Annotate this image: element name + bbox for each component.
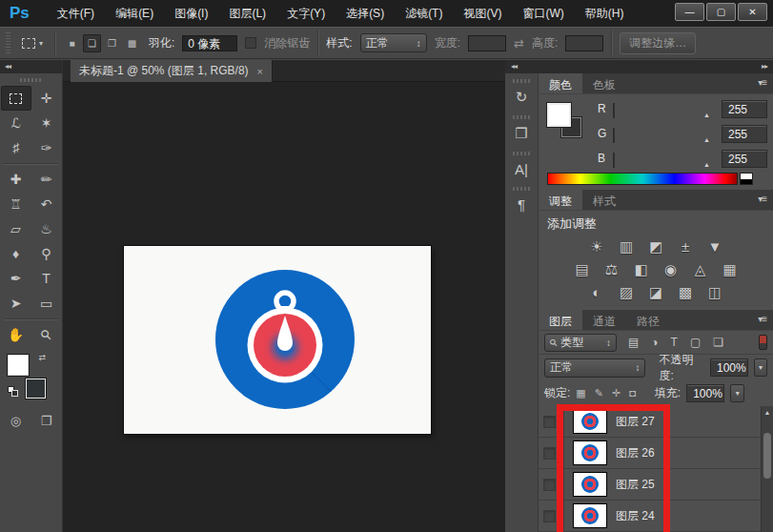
lock-all-icon[interactable]: ◘	[629, 387, 636, 399]
layer-visibility-toggle[interactable]	[543, 447, 556, 460]
black-white-icon[interactable]: ◧	[631, 261, 652, 278]
swap-dimensions-icon[interactable]: ⇄	[514, 36, 524, 51]
screen-mode-button[interactable]: ❐	[31, 410, 62, 431]
collapse-right-icon[interactable]: ▸▸	[762, 60, 767, 73]
scroll-up-icon[interactable]: ▲	[762, 406, 773, 416]
default-colors-icon[interactable]	[8, 386, 18, 397]
tab-adjustments[interactable]: 调整	[539, 190, 582, 210]
new-selection-icon[interactable]: ■	[63, 34, 81, 52]
lasso-tool[interactable]: ℒ	[1, 111, 31, 135]
paint-bucket-tool[interactable]: ♨	[31, 216, 62, 241]
channel-value-input[interactable]: 255	[722, 150, 767, 168]
filter-adjustment-layers-icon[interactable]: ◑	[651, 336, 658, 349]
slider-marker-icon[interactable]: ▲	[703, 161, 710, 168]
gradient-map-icon[interactable]: ▩	[675, 284, 696, 301]
close-button[interactable]: ✕	[738, 3, 767, 21]
3d-panel-icon[interactable]: ❒	[505, 115, 538, 142]
blur-tool[interactable]: ♦	[1, 241, 31, 266]
layer-visibility-toggle[interactable]	[543, 416, 556, 428]
menu-item[interactable]: 视图(V)	[453, 0, 512, 27]
maximize-button[interactable]: ▢	[706, 3, 736, 21]
tab-color[interactable]: 颜色	[539, 73, 582, 93]
lock-pixels-icon[interactable]: ✎	[595, 387, 603, 399]
eraser-tool[interactable]: ▱	[1, 216, 31, 241]
canvas[interactable]	[124, 246, 431, 434]
invert-icon[interactable]: ◐	[586, 284, 607, 301]
vibrance-icon[interactable]: ▼	[704, 238, 725, 256]
pen-tool[interactable]: ✒	[1, 266, 31, 291]
posterize-icon[interactable]: ▨	[616, 284, 637, 301]
opacity-dropdown-arrow[interactable]: ▾	[754, 358, 767, 377]
filter-pixel-layers-icon[interactable]: ▤	[628, 336, 639, 349]
blend-mode-select[interactable]: 正常 ↕	[544, 358, 645, 378]
brightness-contrast-icon[interactable]: ☀	[586, 238, 607, 256]
foreground-color-swatch[interactable]	[8, 355, 29, 376]
fill-dropdown-arrow[interactable]: ▾	[730, 384, 744, 402]
swap-colors-icon[interactable]: ⇄	[38, 353, 46, 362]
menu-item[interactable]: 图像(I)	[164, 0, 218, 27]
hue-saturation-icon[interactable]: ▤	[572, 261, 593, 278]
intersect-selection-icon[interactable]: ▩	[123, 34, 141, 52]
spectrum-bw-swatch[interactable]	[740, 173, 753, 185]
collapse-left-icon[interactable]: ◂◂	[511, 60, 517, 73]
slider-marker-icon[interactable]: ▲	[703, 136, 710, 143]
shape-tool[interactable]: ▭	[31, 291, 62, 316]
height-input[interactable]	[565, 35, 603, 51]
filter-smart-objects-icon[interactable]: ❏	[713, 336, 723, 349]
menu-item[interactable]: 帮助(H)	[575, 0, 635, 27]
foreground-color-swatch[interactable]	[547, 103, 571, 127]
filter-type-layers-icon[interactable]: T	[671, 336, 678, 349]
channel-slider[interactable]: ▲	[613, 129, 706, 138]
curves-icon[interactable]: ◩	[645, 238, 666, 256]
move-tool[interactable]: ✛	[31, 86, 62, 111]
history-panel-icon[interactable]: ↻	[505, 79, 538, 106]
path-selection-tool[interactable]: ➤	[1, 291, 31, 316]
menu-item[interactable]: 窗口(W)	[512, 0, 574, 27]
width-input[interactable]	[468, 35, 506, 51]
threshold-icon[interactable]: ◪	[645, 284, 666, 301]
brush-tool[interactable]: ✏	[31, 167, 62, 192]
menu-item[interactable]: 文字(Y)	[276, 0, 336, 27]
tool-preset-picker[interactable]: ▾	[18, 36, 47, 51]
channel-value-input[interactable]: 255	[722, 100, 767, 118]
antialias-checkbox[interactable]	[245, 37, 256, 49]
exposure-icon[interactable]: ±	[675, 238, 696, 256]
panel-menu-icon[interactable]: ▾≡	[751, 310, 773, 330]
menu-item[interactable]: 滤镜(T)	[395, 0, 453, 27]
menu-item[interactable]: 选择(S)	[336, 0, 395, 27]
type-tool[interactable]: T	[31, 266, 62, 291]
lock-transparency-icon[interactable]: ▦	[576, 387, 585, 399]
color-spectrum-bar[interactable]	[547, 173, 738, 185]
hand-tool[interactable]: ✋	[1, 322, 31, 347]
panel-menu-icon[interactable]: ▾≡	[751, 73, 773, 93]
tab-swatches[interactable]: 色板	[582, 73, 626, 93]
dodge-tool[interactable]: ⚲	[31, 241, 62, 266]
opacity-input[interactable]: 100%	[710, 358, 748, 377]
menu-item[interactable]: 文件(F)	[47, 0, 105, 27]
rectangular-marquee-tool[interactable]	[1, 86, 31, 111]
add-to-selection-icon[interactable]: ❏	[83, 34, 101, 52]
filter-shape-layers-icon[interactable]: ▢	[690, 336, 701, 349]
crop-tool[interactable]: ♯	[1, 135, 31, 160]
paragraph-panel-icon[interactable]: ¶	[505, 187, 538, 213]
layer-filter-toggle[interactable]	[759, 335, 767, 350]
panel-menu-icon[interactable]: ▾≡	[751, 190, 773, 210]
tab-paths[interactable]: 路径	[626, 310, 670, 330]
eyedropper-tool[interactable]: ✑	[31, 135, 62, 160]
color-lookup-icon[interactable]: ▦	[720, 261, 741, 278]
character-panel-icon[interactable]: A|	[505, 152, 538, 177]
channel-mixer-icon[interactable]: ◬	[690, 261, 711, 278]
fill-input[interactable]: 100%	[686, 384, 724, 402]
tab-close-icon[interactable]: ×	[257, 66, 263, 77]
style-select[interactable]: 正常 ↕	[360, 33, 427, 52]
layer-filter-type-select[interactable]: ⚲ 类型 ↕	[544, 334, 617, 352]
subtract-from-selection-icon[interactable]: ❐	[103, 34, 121, 52]
menu-item[interactable]: 图层(L)	[218, 0, 276, 27]
layer-list-scrollbar[interactable]: ▲	[761, 406, 773, 532]
channel-slider[interactable]: ▲	[613, 153, 706, 163]
color-balance-icon[interactable]: ⚖	[601, 261, 622, 278]
scrollbar-thumb[interactable]	[763, 433, 771, 479]
refine-edge-button[interactable]: 调整边缘…	[620, 32, 696, 54]
slider-marker-icon[interactable]: ▲	[703, 112, 710, 118]
tab-layers[interactable]: 图层	[539, 310, 582, 330]
